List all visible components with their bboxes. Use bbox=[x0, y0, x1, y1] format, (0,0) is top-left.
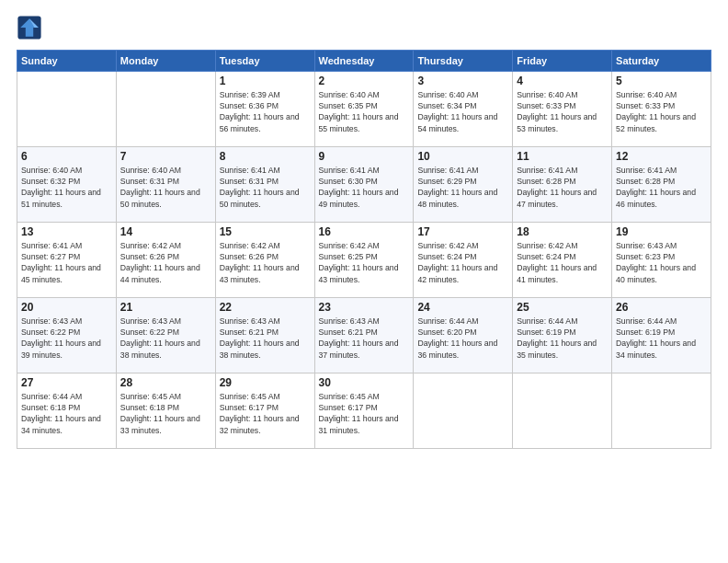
calendar-week-row: 1Sunrise: 6:39 AM Sunset: 6:36 PM Daylig… bbox=[17, 72, 711, 147]
weekday-header: Tuesday bbox=[215, 51, 314, 72]
logo bbox=[17, 15, 46, 40]
day-info: Sunrise: 6:41 AM Sunset: 6:31 PM Dayligh… bbox=[220, 165, 311, 210]
day-info: Sunrise: 6:41 AM Sunset: 6:28 PM Dayligh… bbox=[616, 165, 707, 210]
calendar-cell: 2Sunrise: 6:40 AM Sunset: 6:35 PM Daylig… bbox=[314, 72, 414, 147]
day-info: Sunrise: 6:43 AM Sunset: 6:22 PM Dayligh… bbox=[120, 316, 211, 361]
day-info: Sunrise: 6:39 AM Sunset: 6:36 PM Dayligh… bbox=[220, 89, 311, 134]
calendar-week-row: 13Sunrise: 6:41 AM Sunset: 6:27 PM Dayli… bbox=[17, 223, 711, 298]
day-number: 4 bbox=[517, 75, 608, 87]
calendar-cell: 5Sunrise: 6:40 AM Sunset: 6:33 PM Daylig… bbox=[612, 72, 711, 147]
calendar-cell: 6Sunrise: 6:40 AM Sunset: 6:32 PM Daylig… bbox=[17, 147, 117, 223]
calendar-cell bbox=[116, 72, 215, 147]
calendar-cell: 3Sunrise: 6:40 AM Sunset: 6:34 PM Daylig… bbox=[414, 72, 513, 147]
day-info: Sunrise: 6:42 AM Sunset: 6:25 PM Dayligh… bbox=[319, 240, 410, 285]
calendar-cell: 17Sunrise: 6:42 AM Sunset: 6:24 PM Dayli… bbox=[414, 223, 513, 298]
calendar-cell: 8Sunrise: 6:41 AM Sunset: 6:31 PM Daylig… bbox=[215, 147, 314, 223]
calendar-cell: 13Sunrise: 6:41 AM Sunset: 6:27 PM Dayli… bbox=[17, 223, 117, 298]
day-info: Sunrise: 6:44 AM Sunset: 6:19 PM Dayligh… bbox=[517, 316, 608, 361]
page: SundayMondayTuesdayWednesdayThursdayFrid… bbox=[0, 0, 728, 563]
calendar-cell: 14Sunrise: 6:42 AM Sunset: 6:26 PM Dayli… bbox=[116, 223, 215, 298]
day-number: 2 bbox=[319, 75, 410, 87]
day-number: 29 bbox=[220, 376, 311, 389]
day-info: Sunrise: 6:43 AM Sunset: 6:21 PM Dayligh… bbox=[220, 316, 311, 361]
day-number: 20 bbox=[21, 301, 112, 314]
weekday-header: Saturday bbox=[612, 51, 711, 72]
day-number: 10 bbox=[417, 150, 508, 163]
day-number: 22 bbox=[220, 301, 311, 314]
day-info: Sunrise: 6:42 AM Sunset: 6:24 PM Dayligh… bbox=[517, 240, 608, 285]
day-info: Sunrise: 6:41 AM Sunset: 6:28 PM Dayligh… bbox=[517, 165, 608, 210]
weekday-header: Thursday bbox=[414, 51, 513, 72]
weekday-header: Wednesday bbox=[314, 51, 414, 72]
weekday-header: Friday bbox=[513, 51, 612, 72]
day-info: Sunrise: 6:43 AM Sunset: 6:22 PM Dayligh… bbox=[21, 316, 112, 361]
calendar-cell bbox=[17, 72, 117, 147]
day-info: Sunrise: 6:41 AM Sunset: 6:30 PM Dayligh… bbox=[319, 165, 410, 210]
calendar-cell: 25Sunrise: 6:44 AM Sunset: 6:19 PM Dayli… bbox=[513, 298, 612, 373]
day-info: Sunrise: 6:45 AM Sunset: 6:17 PM Dayligh… bbox=[220, 391, 311, 436]
day-number: 12 bbox=[616, 150, 707, 163]
day-number: 9 bbox=[319, 150, 410, 163]
calendar-cell: 11Sunrise: 6:41 AM Sunset: 6:28 PM Dayli… bbox=[513, 147, 612, 223]
calendar-cell: 18Sunrise: 6:42 AM Sunset: 6:24 PM Dayli… bbox=[513, 223, 612, 298]
weekday-header: Monday bbox=[116, 51, 215, 72]
day-info: Sunrise: 6:40 AM Sunset: 6:34 PM Dayligh… bbox=[417, 89, 508, 134]
calendar-cell: 9Sunrise: 6:41 AM Sunset: 6:30 PM Daylig… bbox=[314, 147, 414, 223]
weekday-header-row: SundayMondayTuesdayWednesdayThursdayFrid… bbox=[17, 51, 711, 72]
day-info: Sunrise: 6:41 AM Sunset: 6:29 PM Dayligh… bbox=[417, 165, 508, 210]
day-info: Sunrise: 6:44 AM Sunset: 6:20 PM Dayligh… bbox=[417, 316, 508, 361]
weekday-header: Sunday bbox=[17, 51, 117, 72]
calendar-cell: 21Sunrise: 6:43 AM Sunset: 6:22 PM Dayli… bbox=[116, 298, 215, 373]
calendar-cell bbox=[513, 373, 612, 449]
day-number: 17 bbox=[417, 225, 508, 238]
day-info: Sunrise: 6:42 AM Sunset: 6:26 PM Dayligh… bbox=[120, 240, 211, 285]
day-number: 30 bbox=[319, 376, 410, 389]
day-number: 26 bbox=[616, 301, 707, 314]
day-number: 15 bbox=[220, 225, 311, 238]
calendar-cell: 23Sunrise: 6:43 AM Sunset: 6:21 PM Dayli… bbox=[314, 298, 414, 373]
calendar-cell: 22Sunrise: 6:43 AM Sunset: 6:21 PM Dayli… bbox=[215, 298, 314, 373]
header bbox=[17, 15, 711, 40]
calendar-cell: 15Sunrise: 6:42 AM Sunset: 6:26 PM Dayli… bbox=[215, 223, 314, 298]
day-number: 14 bbox=[120, 225, 211, 238]
day-number: 19 bbox=[616, 225, 707, 238]
day-number: 1 bbox=[220, 75, 311, 87]
day-number: 27 bbox=[21, 376, 112, 389]
day-info: Sunrise: 6:40 AM Sunset: 6:35 PM Dayligh… bbox=[319, 89, 410, 134]
calendar-cell: 16Sunrise: 6:42 AM Sunset: 6:25 PM Dayli… bbox=[314, 223, 414, 298]
calendar-cell: 19Sunrise: 6:43 AM Sunset: 6:23 PM Dayli… bbox=[612, 223, 711, 298]
calendar-table: SundayMondayTuesdayWednesdayThursdayFrid… bbox=[17, 50, 711, 449]
day-number: 7 bbox=[120, 150, 211, 163]
day-number: 18 bbox=[517, 225, 608, 238]
day-info: Sunrise: 6:42 AM Sunset: 6:24 PM Dayligh… bbox=[417, 240, 508, 285]
day-number: 8 bbox=[220, 150, 311, 163]
day-info: Sunrise: 6:43 AM Sunset: 6:21 PM Dayligh… bbox=[319, 316, 410, 361]
day-info: Sunrise: 6:45 AM Sunset: 6:18 PM Dayligh… bbox=[120, 391, 211, 436]
day-number: 11 bbox=[517, 150, 608, 163]
day-info: Sunrise: 6:42 AM Sunset: 6:26 PM Dayligh… bbox=[220, 240, 311, 285]
day-info: Sunrise: 6:44 AM Sunset: 6:18 PM Dayligh… bbox=[21, 391, 112, 436]
day-number: 23 bbox=[319, 301, 410, 314]
day-info: Sunrise: 6:41 AM Sunset: 6:27 PM Dayligh… bbox=[21, 240, 112, 285]
logo-icon bbox=[17, 15, 42, 40]
calendar-cell: 28Sunrise: 6:45 AM Sunset: 6:18 PM Dayli… bbox=[116, 373, 215, 449]
day-number: 24 bbox=[417, 301, 508, 314]
calendar-week-row: 27Sunrise: 6:44 AM Sunset: 6:18 PM Dayli… bbox=[17, 373, 711, 449]
day-info: Sunrise: 6:43 AM Sunset: 6:23 PM Dayligh… bbox=[616, 240, 707, 285]
day-info: Sunrise: 6:44 AM Sunset: 6:19 PM Dayligh… bbox=[616, 316, 707, 361]
calendar-cell: 12Sunrise: 6:41 AM Sunset: 6:28 PM Dayli… bbox=[612, 147, 711, 223]
day-info: Sunrise: 6:40 AM Sunset: 6:32 PM Dayligh… bbox=[21, 165, 112, 210]
calendar-cell: 10Sunrise: 6:41 AM Sunset: 6:29 PM Dayli… bbox=[414, 147, 513, 223]
day-number: 6 bbox=[21, 150, 112, 163]
calendar-cell bbox=[612, 373, 711, 449]
calendar-cell: 20Sunrise: 6:43 AM Sunset: 6:22 PM Dayli… bbox=[17, 298, 117, 373]
day-info: Sunrise: 6:40 AM Sunset: 6:33 PM Dayligh… bbox=[616, 89, 707, 134]
calendar-cell: 30Sunrise: 6:45 AM Sunset: 6:17 PM Dayli… bbox=[314, 373, 414, 449]
day-number: 16 bbox=[319, 225, 410, 238]
calendar-cell: 27Sunrise: 6:44 AM Sunset: 6:18 PM Dayli… bbox=[17, 373, 117, 449]
calendar-cell bbox=[414, 373, 513, 449]
day-info: Sunrise: 6:45 AM Sunset: 6:17 PM Dayligh… bbox=[319, 391, 410, 436]
calendar-week-row: 20Sunrise: 6:43 AM Sunset: 6:22 PM Dayli… bbox=[17, 298, 711, 373]
day-number: 21 bbox=[120, 301, 211, 314]
calendar-cell: 4Sunrise: 6:40 AM Sunset: 6:33 PM Daylig… bbox=[513, 72, 612, 147]
